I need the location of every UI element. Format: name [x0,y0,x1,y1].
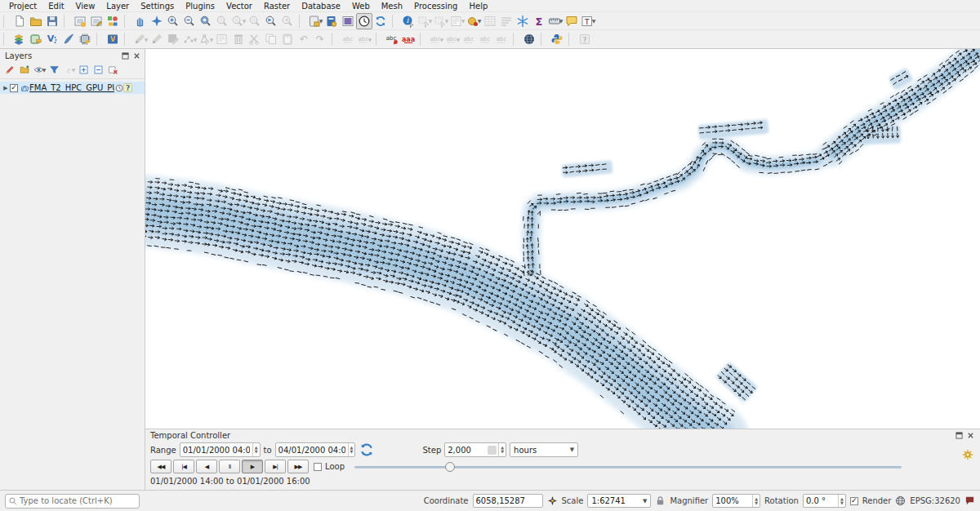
spin-arrows[interactable]: ▲▼ [348,443,355,456]
pan-to-selection-icon[interactable] [149,13,165,29]
temporal-controller-icon[interactable] [356,13,372,29]
magnifier-input[interactable] [713,496,752,505]
crs-globe-icon[interactable] [895,495,906,506]
chevron-down-icon[interactable]: ▼ [445,18,449,24]
spin-arrows[interactable]: ▲▼ [252,443,260,456]
chevron-down-icon[interactable]: ▼ [461,18,466,24]
range-from-input[interactable] [180,446,252,455]
lock-scale-icon[interactable] [655,495,666,506]
spin-arrows[interactable]: ▲▼ [498,443,506,456]
highlight-pinned-labels-icon[interactable]: abc [384,31,400,47]
render-checkbox[interactable]: ✓ [850,497,858,505]
refresh-map-icon[interactable] [372,13,389,29]
menu-help[interactable]: Help [463,2,493,11]
new-geopackage-layer-icon[interactable] [28,31,44,47]
chevron-down-icon[interactable]: ▼ [210,37,214,42]
step-unit-select[interactable]: hours ▼ [510,442,578,457]
chevron-down-icon[interactable]: ▼ [243,18,247,24]
layer-item[interactable]: ▶ ✓ FMA_T2_HPC_GPU_PU1_10 ? [0,82,145,94]
collapse-all-icon[interactable] [91,63,105,76]
menu-settings[interactable]: Settings [135,2,180,11]
style-manager-icon[interactable] [105,13,121,29]
new-map-view-icon[interactable] [340,13,356,29]
loop-checkbox[interactable] [314,463,322,471]
measure-icon[interactable]: ▼ [547,13,564,29]
float-panel-icon[interactable] [121,51,130,60]
save-project-icon[interactable] [44,13,60,29]
step-clear-icon[interactable] [488,446,497,455]
snowflake-icon[interactable] [514,13,531,29]
next-frame-button[interactable]: ▶| [265,460,286,473]
chevron-down-icon[interactable]: ▼ [319,18,323,24]
layer-visibility-checkbox[interactable]: ✓ [10,84,18,92]
menu-web[interactable]: Web [346,2,376,11]
add-vector-layer-icon[interactable]: V [105,31,121,47]
add-group-icon[interactable] [18,63,32,76]
feature-actions-icon[interactable]: ▼ [466,13,482,29]
step-input[interactable] [445,446,488,455]
chevron-down-icon[interactable]: ▼ [194,37,198,42]
show-unplaced-labels-icon[interactable]: aaa [400,31,416,47]
menu-project[interactable]: Project [3,2,42,11]
new-memory-layer-icon[interactable] [77,31,93,47]
show-spatial-bookmarks-icon[interactable] [323,13,340,29]
time-slider[interactable] [354,460,902,473]
menu-edit[interactable]: Edit [42,2,69,11]
layer-name[interactable]: FMA_T2_HPC_GPU_PU1_10 [29,83,114,92]
zoom-in-icon[interactable] [165,13,181,29]
new-shapefile-layer-icon[interactable]: V [44,31,60,47]
expand-all-icon[interactable] [77,63,91,76]
statistical-summary-icon[interactable]: Σ [531,13,547,29]
new-virtual-layer-icon[interactable] [60,31,77,47]
menu-vector[interactable]: Vector [220,2,258,11]
metasearch-icon[interactable] [521,31,537,47]
temporal-indicator-clock-icon[interactable] [115,84,123,92]
refresh-range-icon[interactable] [359,442,375,457]
crs-code[interactable]: EPSG:32620 [910,496,960,505]
menu-raster[interactable]: Raster [258,2,296,11]
menu-processing[interactable]: Processing [408,2,463,11]
time-slider-handle[interactable] [445,462,455,472]
range-to-input[interactable] [276,446,348,455]
pan-map-icon[interactable] [132,13,149,29]
close-panel-icon[interactable] [966,431,975,440]
coordinate-input[interactable] [473,494,543,508]
new-project-icon[interactable] [11,13,28,29]
chevron-down-icon[interactable]: ▼ [592,18,596,24]
pause-button[interactable]: Ⅱ [219,460,240,473]
chevron-down-icon[interactable]: ▼ [42,67,47,73]
layout-manager-icon[interactable] [88,13,105,29]
text-annotation-icon[interactable]: T▼ [580,13,596,29]
map-tips-icon[interactable] [564,13,580,29]
expand-arrow-icon[interactable]: ▶ [2,85,10,91]
play-forward-button[interactable]: ▶ [242,460,263,473]
filter-legend-icon[interactable] [47,63,61,76]
remove-layer-icon[interactable] [106,63,120,76]
chevron-down-icon[interactable]: ▼ [457,37,461,42]
manage-map-themes-icon[interactable]: ▼ [33,63,47,76]
map-canvas[interactable] [145,49,980,429]
data-source-manager-icon[interactable] [11,31,28,47]
new-spatial-bookmark-icon[interactable]: ▼ [307,13,323,29]
play-backward-button[interactable]: ◀ [196,460,217,473]
close-panel-icon[interactable] [132,51,141,60]
temporal-settings-gear-icon[interactable] [962,449,973,462]
menu-view[interactable]: View [70,2,101,11]
messages-bubble-icon[interactable] [964,495,975,506]
open-project-icon[interactable] [28,13,44,29]
identify-features-icon[interactable]: i [400,13,416,29]
zoom-out-icon[interactable] [181,13,198,29]
zoom-last-icon[interactable] [263,13,279,29]
python-console-icon[interactable] [549,31,565,47]
float-panel-icon[interactable] [955,431,964,440]
menu-database[interactable]: Database [296,2,346,11]
scale-select[interactable]: 1:62741 ▼ [587,494,651,508]
spin-arrows[interactable]: ▲▼ [838,495,845,507]
skip-to-end-button[interactable]: ▶▶ [287,460,309,473]
zoom-full-icon[interactable] [198,13,214,29]
chevron-down-icon[interactable]: ▼ [478,18,482,24]
chevron-down-icon[interactable]: ▼ [145,37,149,42]
spin-arrows[interactable]: ▲▼ [752,495,760,507]
chevron-down-icon[interactable]: ▼ [559,18,564,24]
extents-toggle-icon[interactable] [547,495,558,506]
